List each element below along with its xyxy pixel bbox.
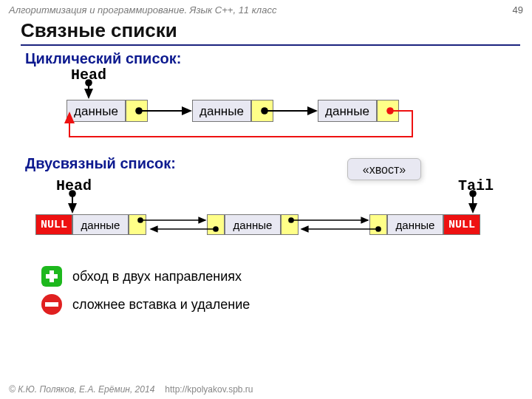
label-head-doubly: Head xyxy=(56,177,92,194)
doubly-node-1-data: данные xyxy=(72,214,129,235)
subhead-doubly: Двусвязный список: xyxy=(25,155,176,172)
bullet-pro: обход в двух направлениях xyxy=(41,266,242,287)
page-number: 49 xyxy=(513,4,523,16)
doubly-node-3-prev xyxy=(369,214,387,235)
label-head-circular: Head xyxy=(71,66,106,83)
course-name: Алгоритмизация и программирование. Язык … xyxy=(9,4,276,16)
circular-node-3: данные xyxy=(318,100,399,122)
tail-badge: «хвост» xyxy=(347,158,421,180)
footer-url: http://kpolyakov.spb.ru xyxy=(165,384,253,395)
circular-node-1-ptr xyxy=(126,100,148,122)
circular-node-2: данные xyxy=(192,100,273,122)
circular-node-3-data: данные xyxy=(318,100,377,122)
footer: © К.Ю. Поляков, Е.А. Ерёмин, 2014 http:/… xyxy=(9,384,253,395)
circular-node-1-data: данные xyxy=(66,100,126,122)
circular-node-2-data: данные xyxy=(192,100,251,122)
slide-title: Связные списки xyxy=(21,19,177,42)
doubly-node-2-prev xyxy=(207,214,225,235)
top-bar: Алгоритмизация и программирование. Язык … xyxy=(9,4,523,16)
doubly-node-2: данные xyxy=(207,214,299,235)
doubly-node-1-next xyxy=(129,214,146,235)
title-rule xyxy=(21,44,520,46)
bullet-con-text: сложнее вставка и удаление xyxy=(72,297,250,313)
label-tail-doubly: Tail xyxy=(458,177,494,194)
circular-node-3-ptr xyxy=(377,100,399,122)
doubly-node-3: данныеNULL xyxy=(369,214,480,235)
doubly-node-1-prev-null: NULL xyxy=(35,214,72,235)
minus-icon xyxy=(41,294,62,315)
doubly-node-2-data: данные xyxy=(225,214,281,235)
doubly-node-3-data: данные xyxy=(387,214,443,235)
circular-node-2-ptr xyxy=(251,100,273,122)
copyright: © К.Ю. Поляков, Е.А. Ерёмин, 2014 xyxy=(9,384,154,395)
bullet-pro-text: обход в двух направлениях xyxy=(72,269,242,284)
doubly-node-2-next xyxy=(281,214,299,235)
doubly-node-3-next-null: NULL xyxy=(443,214,480,235)
bullet-con: сложнее вставка и удаление xyxy=(41,294,250,315)
doubly-node-1: NULLданные xyxy=(35,214,146,235)
circular-node-1: данные xyxy=(66,100,148,122)
subhead-circular: Циклический список: xyxy=(25,50,181,67)
plus-icon xyxy=(41,266,62,287)
